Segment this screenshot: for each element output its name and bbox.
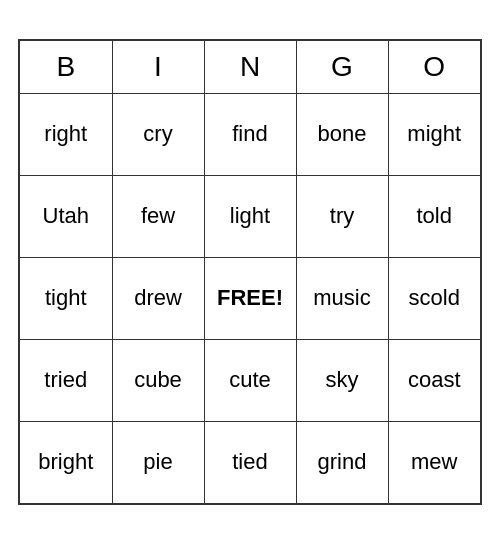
table-cell: bone	[296, 93, 388, 175]
table-row: Utahfewlighttrytold	[20, 175, 480, 257]
table-cell: grind	[296, 421, 388, 503]
table-cell: cube	[112, 339, 204, 421]
table-cell: music	[296, 257, 388, 339]
table-cell: tried	[20, 339, 112, 421]
table-cell: mew	[388, 421, 480, 503]
table-cell: sky	[296, 339, 388, 421]
table-row: tightdrewFREE!musicscold	[20, 257, 480, 339]
bingo-card: B I N G O rightcryfindbonemightUtahfewli…	[18, 39, 482, 505]
table-row: triedcubecuteskycoast	[20, 339, 480, 421]
table-cell: cry	[112, 93, 204, 175]
table-cell: drew	[112, 257, 204, 339]
table-cell: coast	[388, 339, 480, 421]
table-cell: FREE!	[204, 257, 296, 339]
table-cell: might	[388, 93, 480, 175]
table-cell: right	[20, 93, 112, 175]
table-cell: told	[388, 175, 480, 257]
header-i: I	[112, 41, 204, 93]
table-cell: tied	[204, 421, 296, 503]
table-cell: bright	[20, 421, 112, 503]
bingo-table: B I N G O rightcryfindbonemightUtahfewli…	[20, 41, 480, 503]
table-cell: Utah	[20, 175, 112, 257]
table-row: rightcryfindbonemight	[20, 93, 480, 175]
header-o: O	[388, 41, 480, 93]
table-cell: try	[296, 175, 388, 257]
table-cell: scold	[388, 257, 480, 339]
table-cell: find	[204, 93, 296, 175]
table-cell: few	[112, 175, 204, 257]
header-g: G	[296, 41, 388, 93]
table-cell: pie	[112, 421, 204, 503]
header-n: N	[204, 41, 296, 93]
table-cell: cute	[204, 339, 296, 421]
header-b: B	[20, 41, 112, 93]
header-row: B I N G O	[20, 41, 480, 93]
table-cell: tight	[20, 257, 112, 339]
table-row: brightpietiedgrindmew	[20, 421, 480, 503]
table-cell: light	[204, 175, 296, 257]
